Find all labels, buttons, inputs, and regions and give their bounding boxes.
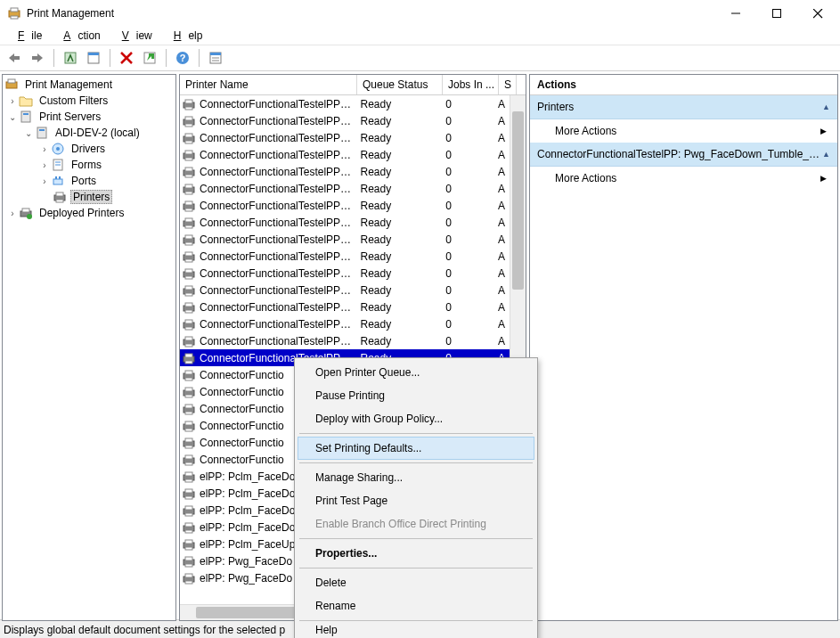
extra-cell: A — [498, 115, 510, 127]
list-view-button[interactable] — [205, 47, 226, 69]
ports-icon — [51, 174, 65, 188]
ctx-delete[interactable]: Delete — [298, 571, 534, 594]
printer-row[interactable]: ConnectorFunctionalTestelPP: ...Ready0A — [180, 129, 510, 146]
actions-item-label: More Actions — [555, 125, 616, 137]
ctx-deploy-group-policy[interactable]: Deploy with Group Policy... — [298, 407, 534, 430]
svg-rect-112 — [185, 496, 192, 499]
printer-row[interactable]: ConnectorFunctionalTestelPP: ...Ready0A — [180, 197, 510, 214]
col-jobs-in[interactable]: Jobs In ... — [443, 75, 499, 94]
extra-cell: A — [498, 217, 510, 229]
expand-icon[interactable]: › — [6, 209, 19, 218]
printer-row[interactable]: ConnectorFunctionalTestelPP: ...Ready0A — [180, 299, 510, 315]
server-icon — [35, 126, 49, 140]
tree-custom-filters[interactable]: › Custom Filters — [3, 93, 175, 109]
col-more[interactable]: S — [499, 75, 517, 94]
titlebar: Print Management — [0, 0, 840, 27]
svg-rect-72 — [185, 269, 192, 273]
printer-row[interactable]: ConnectorFunctionalTestelPP: ...Ready0A — [180, 265, 510, 282]
collapse-icon[interactable]: ⌄ — [22, 128, 35, 138]
extra-cell: A — [498, 200, 510, 212]
menu-action[interactable]: Action — [49, 28, 107, 44]
menu-view[interactable]: View — [108, 28, 159, 44]
print-management-icon — [4, 78, 19, 92]
forward-button[interactable] — [27, 47, 48, 69]
menu-help[interactable]: Help — [159, 28, 210, 44]
folder-icon — [19, 94, 33, 108]
tree-printers[interactable]: Printers — [3, 189, 175, 205]
help-button[interactable]: ? — [172, 47, 193, 69]
svg-rect-82 — [185, 327, 192, 330]
tree-root[interactable]: Print Management — [3, 77, 175, 93]
ctx-pause-printing[interactable]: Pause Printing — [298, 384, 534, 407]
printer-row[interactable]: ConnectorFunctionalTestelPP: ...Ready0A — [180, 163, 510, 180]
printer-row[interactable]: ConnectorFunctionalTestelPP: ...Ready0A — [180, 332, 510, 349]
close-button[interactable] — [797, 0, 838, 27]
show-hide-button[interactable] — [60, 47, 81, 69]
minimize-button[interactable] — [715, 0, 756, 27]
ctx-open-queue[interactable]: Open Printer Queue... — [298, 361, 534, 384]
back-button[interactable] — [4, 47, 25, 69]
svg-rect-1 — [11, 8, 18, 12]
collapse-icon[interactable]: ⌄ — [6, 112, 19, 122]
col-queue-status[interactable]: Queue Status — [357, 75, 443, 94]
tree-print-servers[interactable]: ⌄ Print Servers — [3, 109, 175, 125]
expand-icon[interactable]: › — [6, 96, 19, 106]
svg-rect-24 — [23, 113, 29, 115]
svg-rect-22 — [8, 79, 15, 83]
svg-rect-4 — [773, 10, 781, 18]
printer-row[interactable]: ConnectorFunctionalTestelPP: ...Ready0A — [180, 112, 510, 129]
ctx-properties[interactable]: Properties... — [298, 542, 534, 565]
expand-icon[interactable]: › — [38, 176, 51, 186]
properties-button[interactable] — [83, 47, 104, 69]
actions-more-1[interactable]: More Actions ▶ — [530, 119, 837, 143]
ctx-print-test-page[interactable]: Print Test Page — [298, 489, 534, 512]
tree-forms[interactable]: › Forms — [3, 157, 175, 173]
tree-drivers[interactable]: › Drivers — [3, 141, 175, 157]
tree-server[interactable]: ⌄ ADI-DEV-2 (local) — [3, 125, 175, 141]
scroll-thumb[interactable] — [512, 111, 524, 290]
printer-row[interactable]: ConnectorFunctionalTestelPP: ...Ready0A — [180, 214, 510, 231]
extra-cell: A — [498, 149, 510, 161]
printer-row[interactable]: ConnectorFunctionalTestelPP: ...Ready0A — [180, 180, 510, 197]
tree-ports[interactable]: › Ports — [3, 173, 175, 189]
col-printer-name[interactable]: Printer Name — [180, 75, 357, 94]
svg-rect-121 — [185, 547, 192, 550]
printer-row[interactable]: ConnectorFunctionalTestelPP: ...Ready0A — [180, 315, 510, 332]
maximize-button[interactable] — [756, 0, 797, 27]
tree-deployed[interactable]: › Deployed Printers — [3, 205, 175, 221]
actions-group-printers[interactable]: Printers ▲ — [530, 95, 837, 119]
svg-rect-75 — [185, 286, 192, 290]
printer-row[interactable]: ConnectorFunctionalTestelPP: ...Ready0A — [180, 231, 510, 248]
printer-row[interactable]: ConnectorFunctionalTestelPP: ...Ready0A — [180, 282, 510, 299]
actions-group-selected[interactable]: ConnectorFunctionalTestelPP: Pwg_FaceDow… — [530, 143, 837, 167]
printer-icon — [182, 351, 196, 365]
svg-rect-117 — [185, 523, 192, 527]
ctx-manage-sharing[interactable]: Manage Sharing... — [298, 466, 534, 489]
queue-status-cell: Ready — [356, 250, 442, 263]
actions-group-label: ConnectorFunctionalTestelPP: Pwg_FaceDow… — [537, 148, 822, 160]
svg-rect-91 — [185, 378, 192, 380]
refresh-button[interactable] — [139, 47, 160, 69]
delete-button[interactable] — [116, 47, 137, 69]
ctx-set-printing-defaults[interactable]: Set Printing Defaults... — [298, 437, 534, 460]
svg-rect-67 — [185, 242, 192, 245]
ctx-help[interactable]: Help — [298, 624, 534, 636]
printer-icon — [182, 266, 196, 281]
printer-row[interactable]: ConnectorFunctionalTestelPP: ...Ready0A — [180, 95, 510, 112]
jobs-cell: 0 — [442, 183, 498, 195]
svg-rect-57 — [185, 184, 192, 188]
printer-icon — [182, 419, 196, 433]
svg-rect-25 — [37, 127, 46, 138]
queue-status-cell: Ready — [356, 166, 442, 178]
expand-icon[interactable]: › — [38, 144, 51, 154]
expand-icon[interactable]: › — [38, 160, 51, 170]
menu-file[interactable]: File — [4, 28, 49, 44]
printer-row[interactable]: ConnectorFunctionalTestelPP: ...Ready0A — [180, 248, 510, 265]
actions-more-2[interactable]: More Actions ▶ — [530, 167, 837, 190]
printer-icon — [182, 317, 196, 331]
ctx-rename[interactable]: Rename — [298, 594, 534, 618]
printer-row[interactable]: ConnectorFunctionalTestelPP: ...Ready0A — [180, 146, 510, 163]
printer-icon — [182, 97, 196, 111]
extra-cell: A — [498, 166, 510, 178]
printer-name-cell: ConnectorFunctionalTestelPP: ... — [200, 267, 356, 280]
